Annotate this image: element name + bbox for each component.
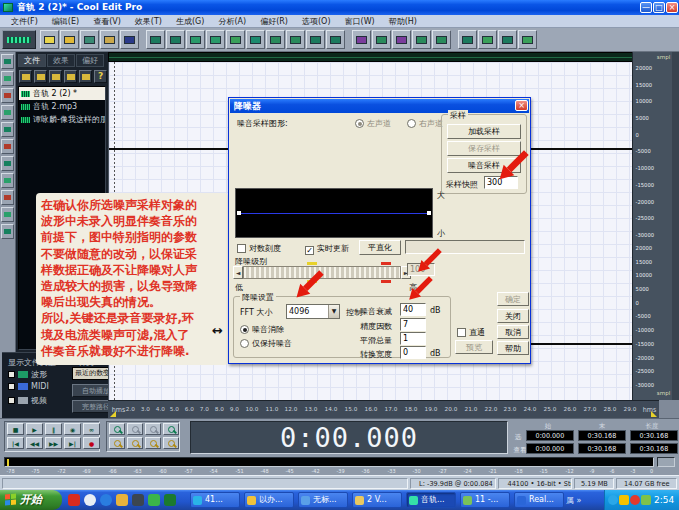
effect2-button[interactable] <box>372 30 391 49</box>
organizer-help-button[interactable]: ? <box>94 70 107 83</box>
time-display[interactable]: 0:00.000 <box>190 421 508 454</box>
zoom-full-button[interactable] <box>145 423 161 435</box>
file-item[interactable]: 音轨 2.mp3 <box>19 100 105 113</box>
tray-icon[interactable] <box>608 495 618 505</box>
task-button[interactable]: 无标... <box>298 492 348 508</box>
start-button[interactable]: 开始 <box>0 490 62 510</box>
chevron-down-icon[interactable]: ▼ <box>328 305 339 318</box>
rail-button[interactable] <box>1 173 14 188</box>
play-button[interactable]: ▶ <box>26 423 43 435</box>
organizer-options-button[interactable] <box>79 70 92 83</box>
quicklaunch-icon[interactable] <box>116 494 128 506</box>
smooth-input[interactable] <box>400 332 426 345</box>
new-file-button[interactable] <box>40 30 59 49</box>
quicklaunch-icon[interactable] <box>84 494 96 506</box>
bypass-checkbox[interactable]: 直通 <box>457 327 485 338</box>
maximize-button[interactable]: □ <box>653 2 665 13</box>
task-button[interactable]: Real... <box>514 492 564 508</box>
play-to-end-button[interactable]: ◉ <box>64 423 81 435</box>
radio-remove-noise[interactable]: 噪音消除 <box>240 324 284 335</box>
profile-handle-right[interactable] <box>427 211 431 215</box>
rail-button[interactable] <box>1 190 14 205</box>
go-end-button[interactable]: ▶| <box>64 437 81 449</box>
effect5-button[interactable] <box>432 30 451 49</box>
menu-item[interactable]: 编辑(E) <box>45 16 86 27</box>
waveform-view-button[interactable] <box>2 30 36 49</box>
tool1-button[interactable] <box>458 30 477 49</box>
radio-right-channel[interactable]: 右声道 <box>407 118 443 129</box>
quicklaunch-icon[interactable] <box>100 494 112 506</box>
slider-left-arrow[interactable]: ◄ <box>233 266 243 279</box>
redo-button[interactable] <box>166 30 185 49</box>
ok-button[interactable]: 确定 <box>497 292 529 306</box>
file-item[interactable]: 音轨 2 (2) * <box>19 87 105 100</box>
rail-button[interactable] <box>1 156 14 171</box>
cut-button[interactable] <box>186 30 205 49</box>
properties-button[interactable] <box>120 30 139 49</box>
tool3-button[interactable] <box>498 30 517 49</box>
rail-button[interactable] <box>1 224 14 239</box>
record-button[interactable]: ● <box>83 437 100 449</box>
dialog-close-button[interactable]: × <box>515 100 528 111</box>
time-ruler[interactable]: hms 2.03.04.05.06.07.08.09.010.011.012.0… <box>108 400 659 418</box>
rail-button[interactable] <box>1 122 14 137</box>
rail-button[interactable] <box>1 139 14 154</box>
radio-left-channel[interactable]: 左声道 <box>355 118 391 129</box>
rail-button[interactable] <box>1 88 14 103</box>
file-item[interactable]: 谭咏麟-像我这样的朋... <box>19 113 105 126</box>
effect3-button[interactable] <box>392 30 411 49</box>
go-start-button[interactable]: |◀ <box>7 437 24 449</box>
fast-forward-button[interactable]: ▶▶ <box>45 437 62 449</box>
menu-item[interactable]: 文件(F) <box>4 16 45 27</box>
pause-button[interactable]: ‖ <box>45 423 62 435</box>
tool2-button[interactable] <box>478 30 497 49</box>
checkbox[interactable] <box>8 397 15 404</box>
tray-icon[interactable] <box>630 495 640 505</box>
quicklaunch-icon[interactable] <box>68 494 80 506</box>
zoom-selection-button[interactable] <box>163 423 179 435</box>
precision-input[interactable] <box>400 318 426 331</box>
effect4-button[interactable] <box>412 30 431 49</box>
flatten-button[interactable]: 平直化 <box>359 240 401 255</box>
radio-keep-noise[interactable]: 仅保持噪音 <box>240 338 292 349</box>
transition-input[interactable] <box>400 346 426 359</box>
organizer-close-button[interactable] <box>64 70 77 83</box>
zoom-in-vertical-button[interactable] <box>109 437 125 449</box>
quicklaunch-icon[interactable] <box>148 494 160 506</box>
filter-midi[interactable]: MIDI <box>8 382 49 391</box>
menu-item[interactable]: 选项(O) <box>295 16 338 27</box>
menu-item[interactable]: 生成(G) <box>169 16 211 27</box>
help-button[interactable]: 帮助 <box>497 341 529 355</box>
organizer-insert-button[interactable] <box>49 70 62 83</box>
cancel-button[interactable]: 取消 <box>497 325 529 339</box>
tray-icon[interactable] <box>641 495 651 505</box>
mix-paste-button[interactable] <box>246 30 265 49</box>
live-update-checkbox[interactable]: ✓实时更新 <box>305 243 349 255</box>
zoom-in-button[interactable] <box>109 423 125 435</box>
menu-item[interactable]: 窗口(W) <box>338 16 382 27</box>
loop-button[interactable]: ∞ <box>83 423 100 435</box>
organizer-open-button[interactable] <box>19 70 32 83</box>
trim-button[interactable] <box>286 30 305 49</box>
level-meter[interactable] <box>4 457 654 467</box>
amplitude-ruler[interactable]: smpl 20000150001000050000-5000-10000-150… <box>632 52 672 400</box>
overview-strip[interactable] <box>108 52 659 62</box>
undo-button[interactable] <box>146 30 165 49</box>
fft-size-combo[interactable]: 4096 ▼ <box>286 304 340 319</box>
noise-profile-graph[interactable] <box>235 188 433 238</box>
tray-icon[interactable] <box>619 495 629 505</box>
paste-button[interactable] <box>226 30 245 49</box>
menu-item[interactable]: 效果(T) <box>128 16 169 27</box>
import-button[interactable] <box>100 30 119 49</box>
tab-favorites[interactable]: 偏好 <box>76 54 104 67</box>
zoom-out-vertical-button[interactable] <box>127 437 143 449</box>
menu-item[interactable]: 分析(A) <box>211 16 253 27</box>
checkbox[interactable] <box>8 383 15 390</box>
menu-item[interactable]: 帮助(H) <box>382 16 424 27</box>
copy-button[interactable] <box>206 30 225 49</box>
noise-reduce-input[interactable] <box>400 303 426 316</box>
close-dialog-button[interactable]: 关闭 <box>497 309 529 323</box>
task-button[interactable]: 以办... <box>244 492 294 508</box>
menu-item[interactable]: 偏好(R) <box>253 16 295 27</box>
log-scale-checkbox[interactable]: 对数刻度 <box>237 243 281 254</box>
